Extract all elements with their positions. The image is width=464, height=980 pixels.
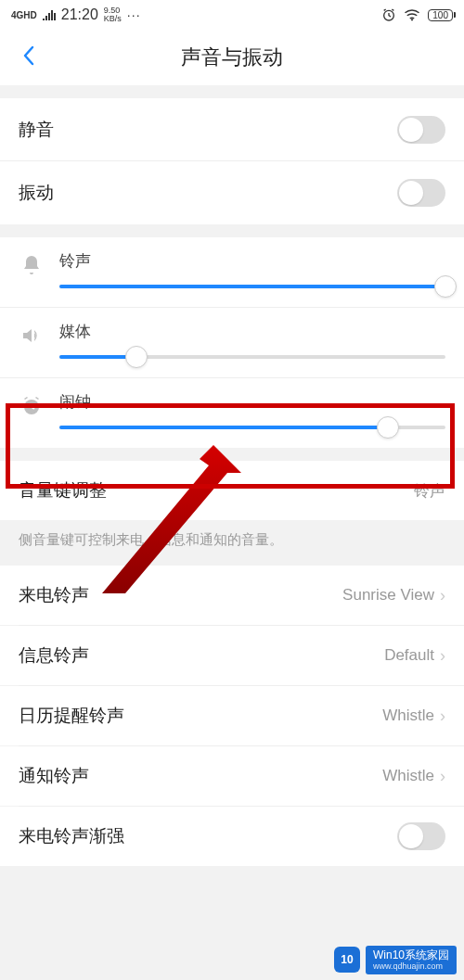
data-speed: 9.50KB/s [104, 6, 122, 23]
alarm-slider[interactable] [59, 426, 445, 429]
alarm-clock-icon [19, 395, 45, 417]
chevron-right-icon: › [440, 706, 445, 726]
notification-ringtone-label: 通知铃声 [19, 764, 89, 788]
more-icon: ··· [127, 7, 141, 22]
calendar-ringtone-value: Whistle [382, 706, 434, 725]
vibrate-label: 振动 [19, 181, 54, 205]
signal-icon [43, 9, 56, 20]
chevron-right-icon: › [440, 646, 445, 666]
nav-header: 声音与振动 [0, 30, 464, 85]
mute-label: 静音 [19, 118, 54, 142]
network-indicator: 4GHD [11, 10, 37, 20]
incoming-ringtone-row[interactable]: 来电铃声 Sunrise View › [0, 566, 464, 625]
bell-icon [19, 254, 45, 276]
chevron-left-icon [22, 45, 35, 66]
alarm-icon [381, 7, 396, 22]
media-volume-row: 媒体 [0, 308, 464, 378]
chevron-right-icon: › [440, 767, 445, 786]
notification-ringtone-value: Whistle [382, 767, 434, 785]
wifi-icon [404, 8, 420, 21]
crescendo-row[interactable]: 来电铃声渐强 [0, 807, 464, 866]
mute-toggle[interactable] [397, 116, 445, 144]
crescendo-label: 来电铃声渐强 [19, 824, 124, 848]
crescendo-toggle[interactable] [397, 822, 445, 850]
calendar-ringtone-row[interactable]: 日历提醒铃声 Whistle › [0, 686, 464, 745]
ringtone-slider[interactable] [59, 285, 445, 288]
volume-key-label: 音量键调整 [19, 478, 107, 503]
vibrate-toggle[interactable] [397, 179, 445, 207]
alarm-volume-row: 闹钟 [0, 378, 464, 448]
volume-key-value: 铃声 [414, 480, 445, 502]
chevron-right-icon: › [440, 586, 445, 605]
clock-time: 21:20 [61, 6, 98, 23]
mute-row[interactable]: 静音 [0, 98, 464, 161]
watermark: 10 Win10系统家园 www.qdhuajin.com [334, 946, 457, 974]
incoming-ringtone-label: 来电铃声 [19, 583, 89, 607]
volume-key-description: 侧音量键可控制来电、信息和通知的音量。 [0, 520, 464, 566]
ringtone-slider-label: 铃声 [59, 250, 445, 272]
incoming-ringtone-value: Sunrise View [342, 586, 434, 605]
message-ringtone-value: Default [384, 646, 434, 665]
back-button[interactable] [15, 40, 43, 76]
status-bar: 4GHD 21:20 9.50KB/s ··· 100 [0, 0, 464, 30]
watermark-text: Win10系统家园 www.qdhuajin.com [366, 946, 457, 974]
calendar-ringtone-label: 日历提醒铃声 [19, 704, 124, 728]
media-slider-label: 媒体 [59, 321, 445, 342]
svg-point-0 [411, 19, 413, 20]
alarm-slider-label: 闹钟 [59, 391, 445, 413]
ringtone-volume-row: 铃声 [0, 237, 464, 308]
watermark-badge: 10 [334, 947, 360, 973]
notification-ringtone-row[interactable]: 通知铃声 Whistle › [0, 746, 464, 806]
volume-key-row[interactable]: 音量键调整 铃声 [0, 461, 464, 520]
speaker-icon [19, 325, 45, 347]
vibrate-row[interactable]: 振动 [0, 161, 464, 224]
page-title: 声音与振动 [181, 44, 283, 71]
media-slider[interactable] [59, 355, 445, 359]
message-ringtone-label: 信息铃声 [19, 643, 89, 668]
message-ringtone-row[interactable]: 信息铃声 Default › [0, 626, 464, 685]
battery-indicator: 100 [428, 9, 453, 21]
